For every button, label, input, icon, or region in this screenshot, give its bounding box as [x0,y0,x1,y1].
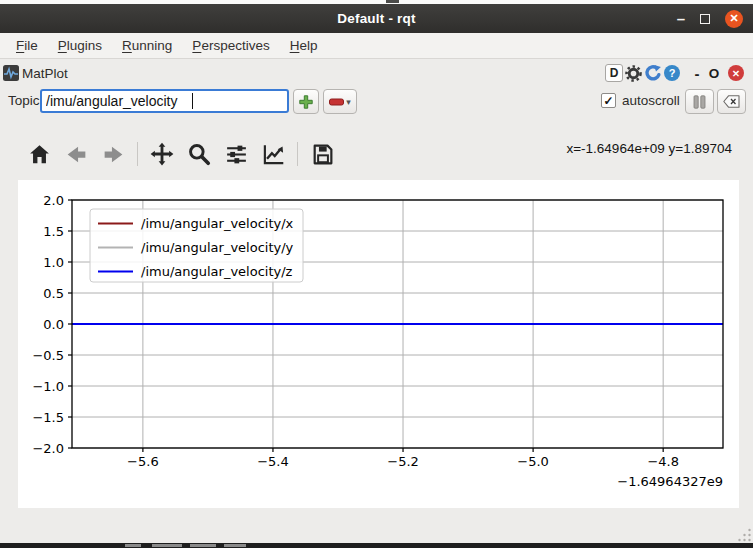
forward-icon[interactable] [100,141,126,167]
plugin-title-group: MatPlot [0,65,68,81]
menu-perspectives[interactable]: Perspectives [182,38,279,53]
x-offset-label: −1.64964327e9 [617,474,723,489]
save-icon[interactable] [309,141,335,167]
plot-canvas[interactable]: −5.6−5.4−5.2−5.0−4.82.01.51.00.50.0−0.5−… [18,180,739,508]
toolbar-separator [137,142,138,166]
window-title: Default - rqt [337,11,415,26]
legend: /imu/angular_velocity/x/imu/angular_velo… [90,209,303,282]
y-tick-label: 1.5 [43,224,64,239]
resize-grip[interactable] [736,526,752,544]
plugin-float-button[interactable]: O [706,66,722,81]
settings-gear-icon[interactable] [625,65,642,82]
edit-axes-icon[interactable] [260,141,286,167]
pause-icon [693,95,706,109]
toolbar-separator [297,142,298,166]
legend-label: /imu/angular_velocity/x [141,216,294,231]
legend-label: /imu/angular_velocity/y [141,240,294,255]
y-tick-label: −1.5 [32,410,64,425]
help-icon[interactable]: ? [664,65,680,81]
clear-backspace-icon [723,95,740,108]
y-tick-label: −2.0 [32,441,64,456]
legend-label: /imu/angular_velocity/z [141,264,293,279]
y-tick-label: 2.0 [43,193,64,208]
dock-button[interactable]: D [605,64,623,82]
text-cursor [192,93,193,109]
y-tick-label: −1.0 [32,379,64,394]
autoscroll-label: autoscroll [622,93,680,108]
matplot-plugin-icon [3,65,19,81]
remove-topic-button[interactable]: ▾ [323,89,357,114]
chevron-down-icon: ▾ [346,97,351,107]
menu-bar: FilePluginsRunningPerspectivesHelp [0,33,753,59]
plugin-titlebar: MatPlot D ? - O ✕ [0,60,753,86]
menu-running[interactable]: Running [112,38,182,53]
window-close-button[interactable]: ✕ [725,10,743,28]
x-tick-label: −5.4 [257,454,289,469]
x-tick-label: −5.0 [517,454,549,469]
plot-svg: −5.6−5.4−5.2−5.0−4.82.01.51.00.50.0−0.5−… [18,180,739,508]
x-tick-label: −5.2 [387,454,419,469]
topic-input[interactable] [40,89,289,113]
menu-help[interactable]: Help [280,38,328,53]
home-icon[interactable] [26,141,52,167]
topic-label: Topic [8,93,40,108]
window-minimize-button[interactable]: – [677,14,685,24]
menu-file[interactable]: File [6,38,48,53]
clear-button[interactable] [717,89,746,114]
pan-icon[interactable] [149,141,175,167]
pause-button[interactable] [685,89,714,114]
y-tick-label: −0.5 [32,348,64,363]
autoscroll-checkbox[interactable]: ✓ [601,93,616,108]
y-tick-label: 1.0 [43,255,64,270]
rqt-window: Default - rqt – ✕ FilePluginsRunningPers… [0,0,753,548]
zoom-rect-icon[interactable] [186,141,212,167]
cursor-coordinates-readout: x=-1.64964e+09 y=1.89704 [566,141,732,156]
y-tick-label: 0.0 [43,317,64,332]
x-tick-label: −5.6 [127,454,159,469]
plugin-minimize-button[interactable]: - [690,65,704,82]
window-titlebar[interactable]: Default - rqt – ✕ [0,4,753,33]
plus-icon [298,94,314,110]
configure-subplots-icon[interactable] [223,141,249,167]
matplotlib-toolbar [26,138,335,170]
topic-input-wrap [40,89,289,113]
background-window-notch [386,0,399,3]
reload-icon[interactable] [644,64,662,82]
minus-icon [329,98,344,106]
topic-bar: Topic ▾ ✓ autoscroll [0,87,753,117]
plugin-titlebar-buttons: D ? - O ✕ [605,60,744,86]
window-maximize-button[interactable] [700,14,710,24]
background-window-strip [0,543,753,548]
plugin-title: MatPlot [22,66,68,81]
window-controls: – ✕ [677,4,743,33]
add-topic-button[interactable] [293,89,319,114]
back-icon[interactable] [63,141,89,167]
y-tick-label: 0.5 [43,286,64,301]
plugin-close-button[interactable]: ✕ [728,65,744,81]
x-tick-label: −4.8 [647,454,679,469]
menu-plugins[interactable]: Plugins [48,38,112,53]
